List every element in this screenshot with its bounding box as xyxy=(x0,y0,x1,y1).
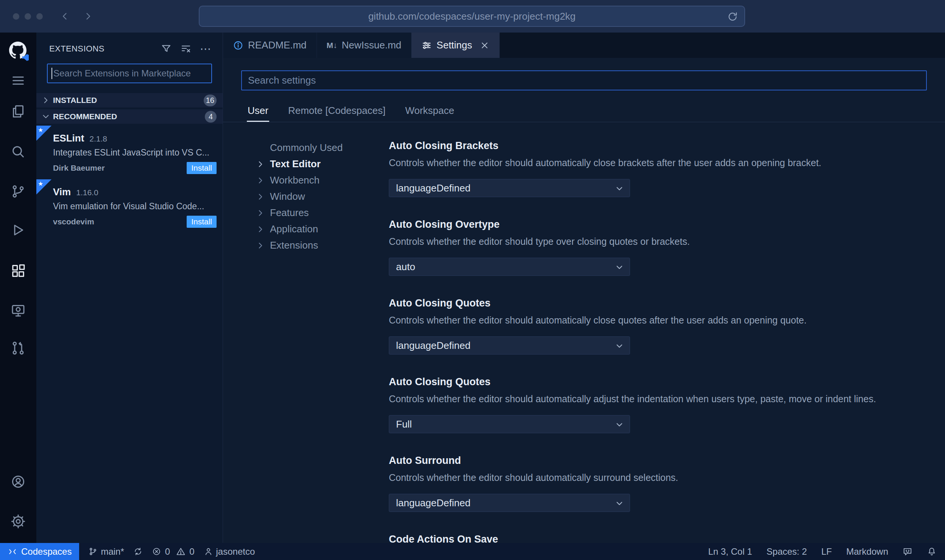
dropdown-value: languageDefined xyxy=(396,497,471,509)
browser-forward-button[interactable] xyxy=(82,11,94,22)
toc-extensions[interactable]: Extensions xyxy=(256,237,389,254)
codespaces-remote-indicator[interactable]: Codespaces xyxy=(0,543,79,560)
activity-remote-explorer-button[interactable] xyxy=(0,297,36,324)
toc-application[interactable]: Application xyxy=(256,221,389,237)
window-zoom-button[interactable] xyxy=(36,13,43,20)
tab-close-button[interactable] xyxy=(480,40,490,50)
sync-button[interactable] xyxy=(133,547,143,556)
toc-label: Commonly Used xyxy=(270,142,343,154)
tab-newissue[interactable]: M↓ NewIssue.md xyxy=(317,33,412,58)
toc-label: Features xyxy=(270,207,309,219)
search-icon xyxy=(11,144,26,159)
install-button[interactable]: Install xyxy=(187,216,217,228)
branch-indicator[interactable]: main* xyxy=(88,546,124,557)
account-button[interactable] xyxy=(0,468,36,495)
indentation-indicator[interactable]: Spaces: 2 xyxy=(767,546,807,557)
setting-auto-closing-overtype: Auto Closing Overtype Controls whether t… xyxy=(389,218,915,276)
extension-item-eslint[interactable]: ★ ESLint 2.1.8 Integrates ESLint JavaScr… xyxy=(36,126,223,179)
chevron-right-icon xyxy=(256,241,265,250)
settings-search-input[interactable] xyxy=(241,70,927,90)
toc-text-editor[interactable]: Text Editor xyxy=(256,156,389,172)
scope-tab-remote[interactable]: Remote [Codespaces] xyxy=(287,101,386,122)
git-branch-icon xyxy=(88,547,98,556)
extension-name: Vim xyxy=(53,186,71,198)
extension-author: vscodevim xyxy=(53,217,94,226)
extension-name: ESLint xyxy=(53,132,84,144)
error-icon xyxy=(152,547,161,556)
extension-author: Dirk Baeumer xyxy=(53,163,105,173)
toc-workbench[interactable]: Workbench xyxy=(256,172,389,188)
setting-description: Controls whether the editor should autom… xyxy=(389,393,915,405)
setting-description: Controls whether the editor should autom… xyxy=(389,314,915,327)
setting-dropdown[interactable]: Full xyxy=(389,415,630,433)
markdown-icon: M↓ xyxy=(327,41,337,50)
remote-indicator-icon xyxy=(8,547,17,557)
activity-search-button[interactable] xyxy=(0,138,36,165)
browser-chrome: github.com/codespaces/user-my-project-mg… xyxy=(0,0,945,33)
window-close-button[interactable] xyxy=(13,13,19,20)
scope-tab-user[interactable]: User xyxy=(247,101,269,122)
scope-tab-workspace[interactable]: Workspace xyxy=(404,101,455,122)
feedback-smiley-icon xyxy=(903,547,912,557)
refresh-button[interactable] xyxy=(727,11,738,22)
setting-auto-indent: Auto Closing Quotes Controls whether the… xyxy=(389,376,915,433)
chevron-right-icon xyxy=(256,224,265,234)
toc-commonly-used[interactable]: Commonly Used xyxy=(256,140,389,156)
section-recommended[interactable]: RECOMMENDED 4 xyxy=(36,109,223,124)
dropdown-value: auto xyxy=(396,261,415,273)
feedback-button[interactable] xyxy=(903,547,912,557)
filter-button[interactable] xyxy=(161,43,172,54)
setting-dropdown[interactable]: languageDefined xyxy=(389,179,630,197)
address-bar[interactable]: github.com/codespaces/user-my-project-mg… xyxy=(199,6,745,27)
cursor-position[interactable]: Ln 3, Col 1 xyxy=(708,546,752,557)
extension-item-vim[interactable]: ★ Vim 1.16.0 Vim emulation for Visual St… xyxy=(36,179,223,233)
chevron-down-icon xyxy=(614,261,625,273)
warning-icon xyxy=(176,547,186,556)
activity-run-debug-button[interactable] xyxy=(0,216,36,244)
workbench: EXTENSIONS ⋯ xyxy=(0,33,945,543)
filter-icon xyxy=(161,43,172,54)
toc-features[interactable]: Features xyxy=(256,205,389,221)
setting-auto-closing-quotes: Auto Closing Quotes Controls whether the… xyxy=(389,297,915,355)
chevron-right-icon xyxy=(256,208,265,218)
language-mode[interactable]: Markdown xyxy=(846,546,888,557)
setting-title: Auto Surround xyxy=(389,454,915,467)
github-codespaces-home-button[interactable] xyxy=(0,37,36,64)
setting-dropdown[interactable]: languageDefined xyxy=(389,336,630,355)
section-installed[interactable]: INSTALLED 16 xyxy=(36,93,223,107)
toc-label: Window xyxy=(270,191,305,202)
activity-pull-requests-button[interactable] xyxy=(0,334,36,362)
clear-extensions-button[interactable] xyxy=(180,43,192,54)
address-url: github.com/codespaces/user-my-project-mg… xyxy=(368,11,576,22)
window-controls xyxy=(13,13,43,20)
clear-filter-icon xyxy=(180,43,192,54)
more-actions-button[interactable]: ⋯ xyxy=(200,45,211,53)
toc-label: Extensions xyxy=(270,240,318,251)
problems-indicator[interactable]: 0 0 xyxy=(152,546,195,557)
menu-button[interactable] xyxy=(0,67,36,94)
browser-back-button[interactable] xyxy=(59,11,71,22)
chevron-right-icon xyxy=(256,176,265,185)
extension-version: 1.16.0 xyxy=(76,188,98,197)
extensions-search-placeholder: Search Extensions in Marketplace xyxy=(53,68,191,79)
eol-indicator[interactable]: LF xyxy=(821,546,832,557)
install-button[interactable]: Install xyxy=(187,162,217,174)
extensions-search-input[interactable]: Search Extensions in Marketplace xyxy=(47,64,212,83)
activity-explorer-button[interactable] xyxy=(0,98,36,125)
setting-dropdown[interactable]: languageDefined xyxy=(389,494,630,512)
activity-extensions-button[interactable] xyxy=(0,257,36,285)
setting-dropdown[interactable]: auto xyxy=(389,258,630,276)
tab-settings[interactable]: Settings xyxy=(412,33,500,58)
tab-readme[interactable]: README.md xyxy=(223,33,317,58)
toc-window[interactable]: Window xyxy=(256,188,389,205)
github-user-indicator[interactable]: jasonetco xyxy=(204,546,255,557)
window-minimize-button[interactable] xyxy=(25,13,31,20)
hamburger-menu-icon xyxy=(11,73,26,88)
star-icon: ★ xyxy=(38,180,43,187)
tab-label: Settings xyxy=(437,39,472,51)
activity-source-control-button[interactable] xyxy=(0,178,36,205)
settings-gear-button[interactable] xyxy=(0,508,36,535)
setting-title: Auto Closing Brackets xyxy=(389,140,915,152)
status-bar: Codespaces main* 0 0 xyxy=(0,543,945,560)
notifications-button[interactable] xyxy=(927,547,937,557)
